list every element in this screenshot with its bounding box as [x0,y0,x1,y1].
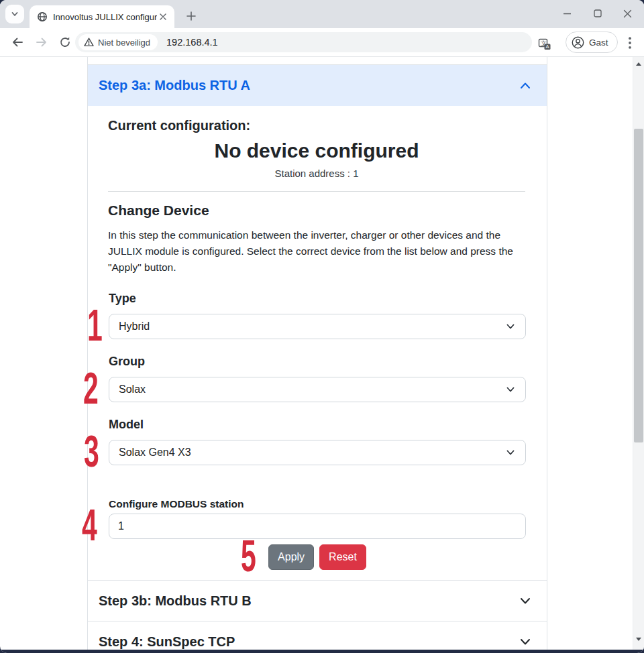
reload-icon [59,36,71,48]
forward-button[interactable] [32,33,51,52]
tab-search-button[interactable] [5,5,24,23]
chevron-down-icon [505,321,516,332]
type-select[interactable]: Hybrid [109,314,526,339]
minimize-icon [563,9,572,18]
group-select[interactable]: Solax [109,377,526,402]
accordion-header-step3b[interactable]: Step 3b: Modbus RTU B [87,581,547,621]
scroll-down-icon [636,638,641,641]
apply-button[interactable]: Apply [268,544,314,570]
forward-arrow-icon [36,36,48,48]
model-label: Model [109,418,144,432]
scrollbar-thumb[interactable] [634,129,643,442]
warning-triangle-icon [84,38,94,47]
scroll-down-button[interactable] [633,634,644,644]
translate-icon: 文 A [538,38,551,51]
tab-close-icon[interactable] [157,11,169,23]
window-controls [552,0,643,28]
chevron-up-icon [519,79,532,93]
chevron-down-icon [519,635,532,648]
security-warning-chip[interactable]: Niet beveiligd [78,34,158,50]
group-select-value: Solax [119,383,505,396]
svg-text:A: A [546,44,549,50]
reload-button[interactable] [56,33,74,52]
back-arrow-icon [11,36,23,48]
maximize-button[interactable] [582,0,612,27]
current-config-heading: Current configuration: [108,118,250,133]
modbus-station-label: Configure MODBUS station [109,498,244,510]
annotation-2: 2 [83,371,99,406]
device-status: No device configured [88,139,545,162]
security-warning-label: Niet beveiligd [98,38,150,48]
model-select[interactable]: Solax Gen4 X3 [109,440,526,465]
tab-title: Innovoltus JULLIX configuration [53,12,157,22]
window-bottom-edge [0,650,644,653]
new-tab-button[interactable] [182,7,200,25]
scroll-up-icon [636,62,641,66]
kebab-menu-icon [629,37,631,49]
reset-button[interactable]: Reset [319,544,366,570]
group-label: Group [109,355,145,369]
page-scrollbar[interactable] [633,57,644,650]
translate-button[interactable]: 文 A [535,35,554,54]
annotation-5: 5 [241,538,256,573]
accordion-header-step4[interactable]: Step 4: SunSpec TCP [87,621,547,653]
maximize-icon [594,9,602,17]
step4-title: Step 4: SunSpec TCP [99,634,235,650]
address-bar[interactable]: Niet beveiligd 192.168.4.1 [75,32,532,52]
step3a-panel: Current configuration: No device configu… [87,106,547,581]
close-window-button[interactable] [612,0,643,27]
type-label: Type [109,292,136,306]
modbus-station-input[interactable] [109,514,526,539]
url-text: 192.168.4.1 [166,37,218,48]
close-icon [623,9,632,18]
step3b-title: Step 3b: Modbus RTU B [99,593,252,609]
divider [108,191,525,192]
annotation-3: 3 [84,434,99,469]
browser-tab[interactable]: Innovoltus JULLIX configuration [30,5,174,28]
change-device-description: In this step the communication between t… [108,227,528,276]
model-select-value: Solax Gen4 X3 [119,447,505,459]
chevron-down-icon [505,447,516,458]
annotation-1: 1 [87,308,103,343]
profile-button[interactable]: Gast [566,32,618,53]
tab-strip: Innovoltus JULLIX configuration [0,0,644,28]
profile-avatar-icon [572,36,584,49]
browser-menu-button[interactable] [621,34,639,52]
step3a-title: Step 3a: Modbus RTU A [99,78,250,93]
accordion-header-step3a[interactable]: Step 3a: Modbus RTU A [87,65,547,106]
chevron-down-icon [505,384,516,395]
browser-window: Innovoltus JULLIX configuration [0,0,644,653]
type-select-value: Hybrid [119,320,505,333]
form-actions: Apply Reset [88,544,547,570]
plus-icon [186,11,196,21]
chevron-down-icon [519,594,532,607]
minimize-button[interactable] [552,0,582,27]
scroll-up-button[interactable] [633,58,644,69]
station-address-text: Station address : 1 [88,168,545,179]
previous-section-edge [87,57,547,65]
annotation-4: 4 [82,508,97,542]
change-device-heading: Change Device [108,202,209,219]
globe-favicon-icon [37,11,48,22]
back-button[interactable] [8,33,27,52]
profile-label: Gast [589,38,608,48]
chevron-down-icon [10,9,19,19]
